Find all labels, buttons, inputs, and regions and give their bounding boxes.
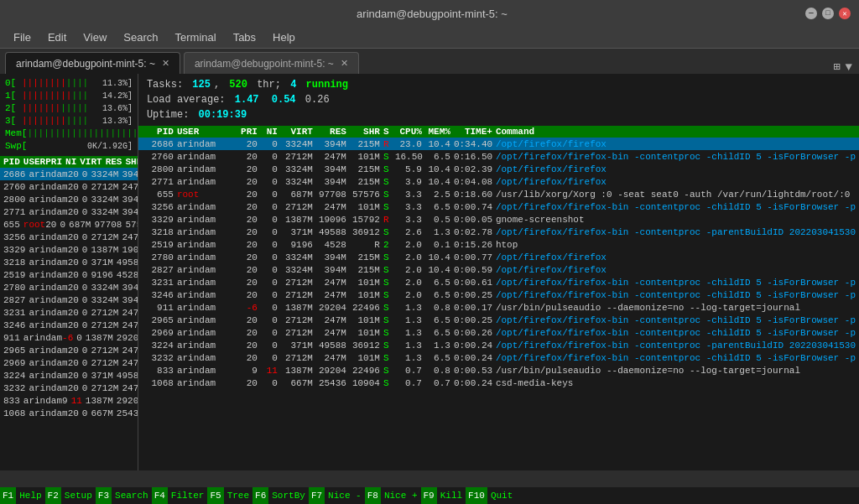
minimize-button[interactable]: — [805, 8, 817, 19]
maximize-button[interactable]: □ [822, 8, 834, 19]
table-row[interactable]: 2686 arindam 20 0 3324M 394M 215M R 23.0… [0, 168, 138, 180]
table-row[interactable]: 3218 arindam 20 0 371M 49588 36912 S 2.6… [138, 226, 859, 238]
process-table-header-right: PID USER PRI NI VIRT RES SHR S CPU% MEM%… [138, 126, 859, 138]
table-row[interactable]: 2965 arindam 20 0 2712M 247M 101M S 1.3 … [0, 344, 138, 356]
tab-0-close[interactable]: ✕ [162, 58, 169, 69]
window-title: arindam@debugpoint-mint-5: ~ [59, 8, 805, 20]
menu-view[interactable]: View [76, 29, 113, 45]
fn-f10[interactable]: F10 Quit [466, 487, 516, 504]
table-row[interactable]: 655 root 20 0 687M 97708 57576 S 3.3 2.5… [0, 218, 138, 231]
table-row[interactable]: 3329 arindam 20 0 1387M 19096 15792 R 3.… [138, 213, 859, 226]
title-bar: arindam@debugpoint-mint-5: ~ — □ ✕ [0, 0, 859, 27]
menu-help[interactable]: Help [266, 29, 302, 45]
fn-f6[interactable]: F6 SortBy [252, 487, 309, 504]
cpu-1-percent: 14.2%] [95, 91, 133, 101]
menu-terminal[interactable]: Terminal [169, 29, 223, 45]
cpu-3-bar: |||||||| [22, 116, 66, 126]
table-row[interactable]: 3256 arindam 20 0 2712M 247M 101M S 3.3 … [138, 200, 859, 213]
swp-label: Swp[ [5, 141, 30, 151]
tab-actions: ⊞ ▼ [826, 60, 859, 74]
table-row[interactable]: 3246 arindam 20 0 2712M 247M 101M S 2.0 … [0, 319, 138, 331]
cpu-2-percent: 13.6%] [95, 104, 133, 113]
tab-0-label: arindam@debugpoint-mint-5: ~ [16, 58, 155, 70]
fn-f7[interactable]: F7 Nice - [309, 487, 365, 504]
cpu-3-label: 3[ [5, 116, 22, 126]
table-row[interactable]: 2686 arindam 20 0 3324M 394M 215M R 23.0… [138, 138, 859, 150]
table-row[interactable]: 1068 arindam 20 0 667M 25436 10904 S 0.7… [138, 377, 859, 389]
table-row[interactable]: 2771 arindam 20 0 3324M 394M 215M S 3.9 … [0, 205, 138, 218]
cpu-2-label: 2[ [5, 103, 22, 113]
menu-file[interactable]: File [7, 29, 38, 45]
right-terminal-pane[interactable]: Tasks: 125 , 520 thr; 4 running Load ave… [138, 74, 859, 470]
table-row[interactable]: 3256 arindam 20 0 2712M 247M 101M S 3.3 … [0, 231, 138, 243]
tabs-container: arindam@debugpoint-mint-5: ~ ✕ arindam@d… [0, 49, 859, 74]
fn-f3[interactable]: F3 Search [96, 487, 152, 504]
menu-bar: File Edit View Search Terminal Tabs Help [0, 27, 859, 49]
cpu-3-percent: 13.3%] [95, 117, 133, 126]
function-bar: F1 Help F2 Setup F3 Search F4 Filter F5 … [0, 487, 859, 504]
fn-f4[interactable]: F4 Filter [152, 487, 208, 504]
table-row[interactable]: 911 arindam -6 0 1387M 29204 22496 S 1.3… [138, 301, 859, 314]
swp-percent: 0K/1.92G] [87, 142, 133, 151]
fn-f1[interactable]: F1 Help [0, 487, 45, 504]
table-row[interactable]: 833 arindam 9 11 1387M 29204 22496 S 0.7… [138, 364, 859, 377]
table-row[interactable]: 3218 arindam 20 0 371M 49588 36912 S 2.6… [0, 256, 138, 268]
table-row[interactable]: 655 root 20 0 687M 97708 57576 S 3.3 2.5… [138, 188, 859, 200]
tab-menu-button[interactable]: ▼ [846, 60, 852, 74]
table-row[interactable]: 2965 arindam 20 0 2712M 247M 101M S 1.3 … [138, 314, 859, 326]
table-row[interactable]: 3231 arindam 20 0 2712M 247M 101M S 2.0 … [138, 276, 859, 288]
table-row[interactable]: 2969 arindam 20 0 2712M 247M 101M S 1.3 … [0, 356, 138, 369]
fn-f8[interactable]: F8 Nice + [365, 487, 421, 504]
table-row[interactable]: 911 arindam -6 0 1387M 29204 22496 S 1.3… [0, 331, 138, 344]
table-row[interactable]: 3224 arindam 20 0 371M 49588 36912 S 1.3… [0, 369, 138, 382]
table-row[interactable]: 2760 arindam 20 0 2712M 247M 101M S 16.5… [0, 180, 138, 193]
table-row[interactable]: 2800 arindam 20 0 3324M 394M 215M S 5.9 … [138, 163, 859, 175]
table-row[interactable]: 2760 arindam 20 0 2712M 247M 101M S 16.5… [138, 150, 859, 163]
fn-f2[interactable]: F2 Setup [45, 487, 96, 504]
table-row[interactable]: 2827 arindam 20 0 3324M 394M 215M S 2.0 … [138, 263, 859, 276]
table-row[interactable]: 833 arindam 9 11 1387M 29204 22496 S 0.7… [0, 394, 138, 407]
main-area: 0[ |||||||| |||| 11.3%] 1[ ||||||||| |||… [0, 74, 859, 470]
mem-bar-green: ||||||||||||||||||||||||||||||||||||||||… [27, 128, 138, 138]
table-row[interactable]: 3224 arindam 20 0 371M 49588 36912 S 1.3… [138, 339, 859, 351]
cpu-0-percent: 11.3%] [95, 79, 133, 88]
window-controls[interactable]: — □ ✕ [805, 8, 851, 19]
menu-search[interactable]: Search [117, 29, 164, 45]
table-row[interactable]: 2780 arindam 20 0 3324M 394M 215M S 2.0 … [138, 251, 859, 263]
table-row[interactable]: 2800 arindam 20 0 3324M 394M 215M S 5.9 … [0, 193, 138, 205]
process-table-header: PID USER PRI NI VIRT RES SHR S CPU% MEM%… [0, 156, 138, 168]
process-table-left: 2686 arindam 20 0 3324M 394M 215M R 23.0… [0, 168, 138, 470]
cpu-1-label: 1[ [5, 91, 22, 101]
tab-0[interactable]: arindam@debugpoint-mint-5: ~ ✕ [5, 52, 180, 74]
table-row[interactable]: 2519 arindam 20 0 9196 4528 R 2 2.0 0.1 … [0, 268, 138, 281]
cpu-1-bar: ||||||||| [22, 91, 71, 101]
table-row[interactable]: 3232 arindam 20 0 2712M 247M 101M S 1.3 … [0, 382, 138, 394]
table-row[interactable]: 3246 arindam 20 0 2712M 247M 101M S 2.0 … [138, 288, 859, 301]
tab-1-label: arindam@debugpoint-mint-5: ~ [195, 58, 334, 70]
tab-1[interactable]: arindam@debugpoint-mint-5: ~ ✕ [184, 52, 359, 74]
menu-edit[interactable]: Edit [41, 29, 73, 45]
mem-label: Mem[ [5, 128, 27, 138]
table-row[interactable]: 3232 arindam 20 0 2712M 247M 101M S 1.3 … [138, 351, 859, 364]
menu-tabs[interactable]: Tabs [226, 29, 263, 45]
table-row[interactable]: 2771 arindam 20 0 3324M 394M 215M S 3.9 … [138, 175, 859, 188]
left-terminal-pane[interactable]: 0[ |||||||| |||| 11.3%] 1[ ||||||||| |||… [0, 74, 138, 470]
cpu-0-bar: |||||||| [22, 78, 66, 88]
htop-stats: Tasks: 125 , 520 thr; 4 running Load ave… [138, 74, 859, 126]
table-row[interactable]: 2780 arindam 20 0 3324M 394M 215M S 2.0 … [0, 281, 138, 294]
table-row[interactable]: 2827 arindam 20 0 3324M 394M 215M S 2.0 … [0, 294, 138, 306]
table-row[interactable]: 3231 arindam 20 0 2712M 247M 101M S 2.0 … [0, 306, 138, 319]
fn-f5[interactable]: F5 Tree [207, 487, 252, 504]
tab-1-close[interactable]: ✕ [341, 58, 348, 69]
htop-cpu-header: 0[ |||||||| |||| 11.3%] 1[ ||||||||| |||… [0, 74, 138, 156]
table-row[interactable]: 1068 arindam 20 0 667M 25436 10904 S 0.7… [0, 407, 138, 419]
process-table-right: 2686 arindam 20 0 3324M 394M 215M R 23.0… [138, 138, 859, 470]
cpu-2-bar: ||||||| [22, 103, 60, 113]
tab-split-button[interactable]: ⊞ [833, 60, 840, 74]
table-row[interactable]: 2969 arindam 20 0 2712M 247M 101M S 1.3 … [138, 326, 859, 339]
fn-f9[interactable]: F9 Kill [421, 487, 466, 504]
table-row[interactable]: 2519 arindam 20 0 9196 4528 R 2 2.0 0.1 … [138, 238, 859, 251]
cpu-0-label: 0[ [5, 78, 22, 88]
table-row[interactable]: 3329 arindam 20 0 1387M 19096 15792 R 3.… [0, 243, 138, 256]
close-button[interactable]: ✕ [839, 8, 851, 19]
